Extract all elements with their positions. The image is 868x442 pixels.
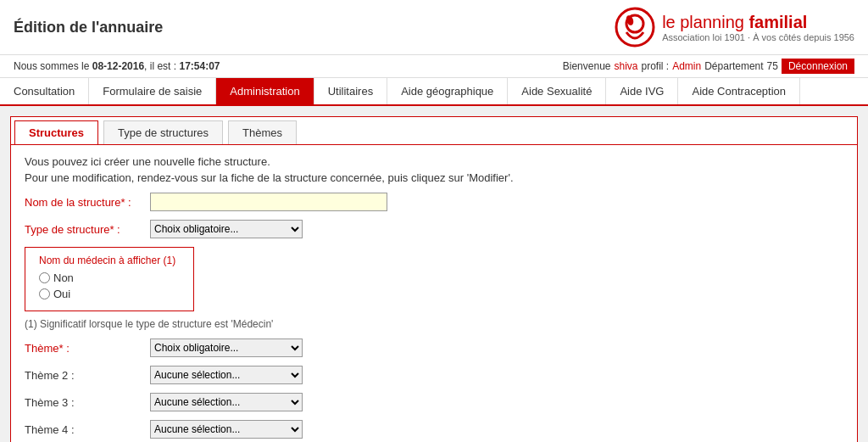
logo-subtitle: Association loi 1901 · À vos côtés depui… — [662, 32, 854, 42]
nav-aide-sex[interactable]: Aide Sexualité — [508, 78, 606, 104]
profil-label: profil : — [642, 60, 670, 72]
type-label: Type de structure* : — [25, 223, 143, 236]
profil-value: Admin — [672, 60, 701, 72]
time-label: il est : — [150, 60, 176, 72]
nom-label: Nom de la structure* : — [25, 196, 143, 209]
theme3-select[interactable]: Aucune sélection... — [150, 393, 303, 411]
nom-row: Nom de la structure* : — [25, 193, 843, 211]
nav-administration[interactable]: Administration — [216, 78, 314, 104]
date-label: Nous sommes le — [14, 60, 89, 72]
tab-bar: Structures Type de structures Thèmes — [11, 117, 857, 145]
username: shiva — [614, 60, 637, 72]
logo-text: le planning familial Association loi 190… — [662, 13, 854, 42]
nav-utilitaires[interactable]: Utilitaires — [314, 78, 387, 104]
radio-non[interactable] — [39, 272, 50, 283]
main-content: Structures Type de structures Thèmes Vou… — [0, 106, 868, 442]
nav-aide-geo[interactable]: Aide géographique — [387, 78, 508, 104]
theme3-row: Thème 3 : Aucune sélection... — [25, 393, 843, 411]
time-value: 17:54:07 — [179, 60, 220, 72]
nav-consultation[interactable]: Consultation — [0, 78, 89, 104]
datetime-info: Nous sommes le 08-12-2016, il est : 17:5… — [14, 60, 220, 72]
theme3-label: Thème 3 : — [25, 396, 143, 409]
radio-oui[interactable] — [39, 288, 50, 299]
theme-row: Thème* : Choix obligatoire... — [25, 338, 843, 357]
theme4-select[interactable]: Aucune sélection... — [150, 420, 303, 439]
theme2-row: Thème 2 : Aucune sélection... — [25, 366, 843, 384]
doctor-box: Nom du médecin à afficher (1) Non Oui — [25, 247, 194, 311]
theme-label: Thème* : — [25, 342, 143, 355]
nav-aide-ivg[interactable]: Aide IVG — [606, 78, 678, 104]
tab-structures[interactable]: Structures — [14, 120, 98, 144]
theme4-row: Thème 4 : Aucune sélection... — [25, 420, 843, 439]
dept-label: Département — [704, 60, 763, 72]
deconnexion-button[interactable]: Déconnexion — [782, 59, 854, 74]
welcome-label: Bienvenue — [563, 60, 611, 72]
radio-oui-row: Oui — [39, 288, 180, 300]
info-text-1: Vous pouvez ici créer une nouvelle fiche… — [25, 155, 843, 168]
dept-value: 75 — [767, 60, 778, 72]
doctor-box-title: Nom du médecin à afficher (1) — [39, 255, 180, 266]
header: Édition de l'annuaire le planning famili… — [0, 0, 868, 55]
nav-bar: Consultation Formulaire de saisie Admini… — [0, 78, 868, 106]
type-row: Type de structure* : Choix obligatoire..… — [25, 220, 843, 238]
page-title: Édition de l'annuaire — [14, 19, 163, 36]
radio-non-label: Non — [53, 271, 74, 284]
footnote: (1) Significatif lorsque le type de stru… — [25, 318, 843, 330]
type-select[interactable]: Choix obligatoire... — [150, 220, 303, 238]
nav-formulaire[interactable]: Formulaire de saisie — [89, 78, 216, 104]
radio-non-row: Non — [39, 271, 180, 284]
info-text-2: Pour une modification, rendez-vous sur l… — [25, 171, 843, 184]
tab-themes[interactable]: Thèmes — [228, 120, 297, 144]
logo-area: le planning familial Association loi 190… — [615, 7, 854, 48]
user-info: Bienvenue shiva profil : Admin Départeme… — [563, 59, 854, 74]
tab-type-structures[interactable]: Type de structures — [103, 120, 223, 144]
theme2-label: Thème 2 : — [25, 369, 143, 382]
nom-input[interactable] — [150, 193, 387, 211]
radio-oui-label: Oui — [53, 288, 70, 300]
info-bar: Nous sommes le 08-12-2016, il est : 17:5… — [0, 55, 868, 78]
form-card: Structures Type de structures Thèmes Vou… — [10, 116, 858, 442]
date-value: 08-12-2016 — [92, 60, 144, 72]
theme2-select[interactable]: Aucune sélection... — [150, 366, 303, 384]
nav-aide-contraception[interactable]: Aide Contraception — [678, 78, 800, 104]
logo-icon — [615, 7, 655, 48]
theme-select[interactable]: Choix obligatoire... — [150, 338, 303, 357]
theme4-label: Thème 4 : — [25, 423, 143, 436]
form-area: Vous pouvez ici créer une nouvelle fiche… — [11, 145, 857, 442]
